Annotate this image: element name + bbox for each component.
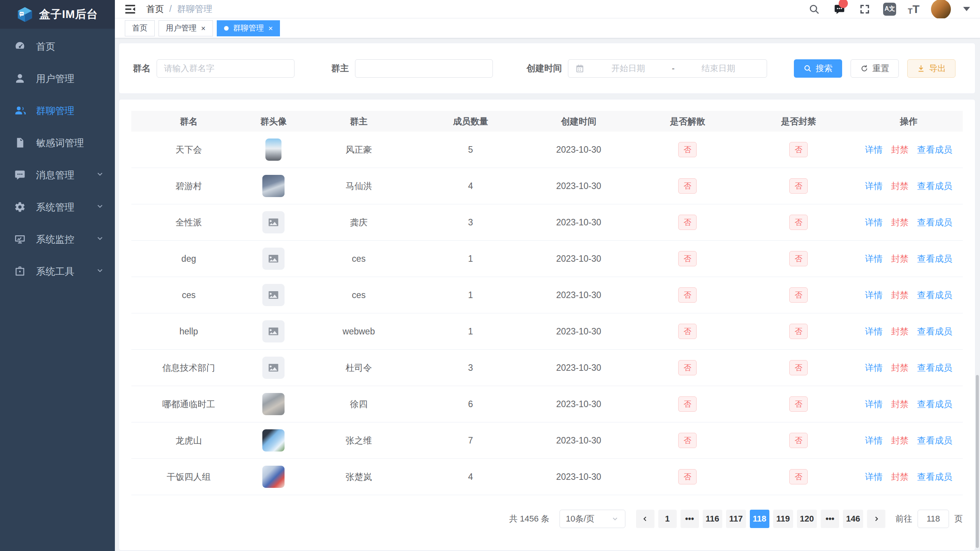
sidebar-item-7[interactable]: 系统工具 <box>0 261 115 282</box>
sidebar-item-4[interactable]: 消息管理 <box>0 164 115 186</box>
message-icon <box>14 169 26 181</box>
view-members-link[interactable]: 查看成员 <box>917 362 952 374</box>
next-page-button[interactable] <box>867 510 885 528</box>
group-owner-input[interactable] <box>355 59 493 78</box>
app-title: 盒子IM后台 <box>39 7 98 22</box>
sidebar-item-5[interactable]: 系统管理 <box>0 196 115 218</box>
ban-link[interactable]: 封禁 <box>891 435 909 447</box>
detail-link[interactable]: 详情 <box>865 217 883 228</box>
active-dot <box>224 26 229 31</box>
ban-link[interactable]: 封禁 <box>891 398 909 410</box>
chevron-down-icon <box>96 170 104 181</box>
ban-link[interactable]: 封禁 <box>891 289 909 301</box>
banned-cell: 否 <box>743 360 855 375</box>
view-members-link[interactable]: 查看成员 <box>917 435 952 447</box>
detail-link[interactable]: 详情 <box>865 289 883 301</box>
notifications-icon[interactable] <box>833 2 846 16</box>
reset-button[interactable]: 重置 <box>851 59 899 78</box>
hamburger-icon[interactable] <box>123 2 137 16</box>
column-header: 操作 <box>855 116 963 127</box>
detail-link[interactable]: 详情 <box>865 253 883 265</box>
actions-cell: 详情 封禁 查看成员 <box>855 217 963 228</box>
view-members-link[interactable]: 查看成员 <box>917 398 952 410</box>
jump-page-input[interactable] <box>918 510 949 528</box>
group-name-cell: 干饭四人组 <box>131 471 246 483</box>
group-avatar <box>262 393 285 415</box>
view-members-link[interactable]: 查看成员 <box>917 471 952 483</box>
group-icon <box>14 104 26 117</box>
disbanded-cell: 否 <box>633 433 743 448</box>
banned-tag: 否 <box>789 433 808 448</box>
group-name-input[interactable] <box>157 59 294 78</box>
close-icon[interactable]: × <box>201 24 206 32</box>
sidebar-item-0[interactable]: 首页 <box>0 36 115 57</box>
detail-link[interactable]: 详情 <box>865 326 883 337</box>
fullscreen-icon[interactable] <box>858 2 872 16</box>
page-button-116[interactable]: 116 <box>703 510 723 528</box>
sidebar-item-2[interactable]: 群聊管理 <box>0 100 115 121</box>
tab-0[interactable]: 首页 <box>125 20 155 36</box>
sidebar-item-1[interactable]: 用户管理 <box>0 68 115 89</box>
breadcrumb-home[interactable]: 首页 <box>146 3 164 15</box>
view-members-link[interactable]: 查看成员 <box>917 144 952 156</box>
tab-1[interactable]: 用户管理× <box>159 20 213 36</box>
sidebar-item-6[interactable]: 系统监控 <box>0 228 115 250</box>
tab-2[interactable]: 群聊管理× <box>217 20 280 36</box>
table-row: hellp webweb 1 2023-10-30 否 否 详情 封禁 查看成员 <box>131 313 963 350</box>
avatar[interactable] <box>931 0 951 19</box>
sidebar-item-3[interactable]: 敏感词管理 <box>0 132 115 153</box>
chevron-down-icon[interactable] <box>963 7 970 11</box>
export-button[interactable]: 导出 <box>907 59 955 78</box>
language-icon[interactable]: A文 <box>883 3 896 16</box>
start-date-placeholder[interactable]: 开始日期 <box>587 63 669 74</box>
ban-link[interactable]: 封禁 <box>891 253 909 265</box>
page-button-146[interactable]: 146 <box>843 510 863 528</box>
detail-link[interactable]: 详情 <box>865 144 883 156</box>
detail-link[interactable]: 详情 <box>865 471 883 483</box>
detail-link[interactable]: 详情 <box>865 435 883 447</box>
page-button-117[interactable]: 117 <box>726 510 746 528</box>
date-range-picker[interactable]: 开始日期 - 结束日期 <box>568 59 767 78</box>
view-members-link[interactable]: 查看成员 <box>917 289 952 301</box>
page-button-1[interactable]: 1 <box>658 510 677 528</box>
page-size-select[interactable]: 10条/页 <box>560 510 625 528</box>
prev-page-button[interactable] <box>636 510 654 528</box>
column-header: 是否解散 <box>633 116 743 127</box>
member-count-cell: 1 <box>417 290 525 300</box>
close-icon[interactable]: × <box>268 24 273 32</box>
ban-link[interactable]: 封禁 <box>891 471 909 483</box>
scrollbar-thumb[interactable] <box>976 375 979 548</box>
ban-link[interactable]: 封禁 <box>891 144 909 156</box>
view-members-link[interactable]: 查看成员 <box>917 217 952 228</box>
detail-link[interactable]: 详情 <box>865 180 883 192</box>
created-time-cell: 2023-10-30 <box>525 472 633 482</box>
column-header: 群头像 <box>246 116 301 127</box>
disbanded-cell: 否 <box>633 215 743 230</box>
ban-link[interactable]: 封禁 <box>891 362 909 374</box>
detail-link[interactable]: 详情 <box>865 362 883 374</box>
banned-tag: 否 <box>789 324 808 339</box>
more-pages-button[interactable]: ••• <box>821 510 839 528</box>
view-members-link[interactable]: 查看成员 <box>917 180 952 192</box>
member-count-cell: 1 <box>417 254 525 264</box>
download-icon <box>917 64 925 73</box>
font-size-icon[interactable]: TT <box>908 3 919 15</box>
sidebar-item-label: 敏感词管理 <box>36 137 84 149</box>
group-name-cell: ces <box>131 290 246 300</box>
more-pages-button[interactable]: ••• <box>681 510 699 528</box>
detail-link[interactable]: 详情 <box>865 398 883 410</box>
member-count-cell: 5 <box>417 145 525 155</box>
tags-view-bar: 首页用户管理×群聊管理× <box>115 18 980 38</box>
page-button-120[interactable]: 120 <box>797 510 817 528</box>
disbanded-tag: 否 <box>678 324 697 339</box>
page-button-119[interactable]: 119 <box>773 510 793 528</box>
end-date-placeholder[interactable]: 结束日期 <box>677 63 760 74</box>
search-button[interactable]: 搜索 <box>794 59 842 78</box>
view-members-link[interactable]: 查看成员 <box>917 326 952 337</box>
search-icon[interactable] <box>807 2 821 16</box>
ban-link[interactable]: 封禁 <box>891 326 909 337</box>
ban-link[interactable]: 封禁 <box>891 180 909 192</box>
page-button-118[interactable]: 118 <box>750 510 770 528</box>
view-members-link[interactable]: 查看成员 <box>917 253 952 265</box>
ban-link[interactable]: 封禁 <box>891 217 909 228</box>
